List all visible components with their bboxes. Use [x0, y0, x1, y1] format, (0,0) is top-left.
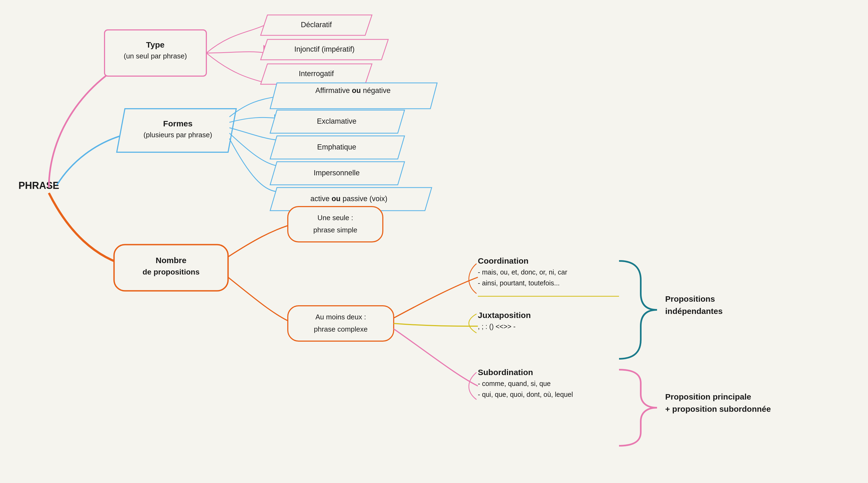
- juxta-line: , ; : () <<>> -: [478, 323, 516, 330]
- subord-line1: - comme, quand, si, que: [478, 380, 551, 387]
- subord-title: Subordination: [478, 368, 533, 377]
- au-moins-subtitle: phrase complexe: [314, 325, 368, 333]
- coord-line2: - ainsi, pourtant, toutefois...: [478, 279, 560, 287]
- svg-rect-15: [288, 306, 394, 341]
- nombre-title: Nombre: [156, 256, 186, 265]
- prop-princ-title: Proposition principale: [665, 392, 751, 401]
- juxta-title: Juxtaposition: [478, 311, 531, 320]
- type-item-declaratif: Déclaratif: [301, 21, 332, 29]
- phrase-label: PHRASE: [19, 180, 59, 191]
- type-subtitle: (un seul par phrase): [124, 52, 187, 60]
- une-seule-subtitle: phrase simple: [313, 226, 357, 234]
- subord-line2: - qui, que, quoi, dont, où, lequel: [478, 391, 573, 398]
- prop-ind-subtitle: indépendantes: [665, 307, 723, 316]
- svg-rect-14: [288, 206, 383, 242]
- nombre-subtitle: de propositions: [143, 268, 199, 276]
- coord-line1: - mais, ou, et, donc, or, ni, car: [478, 268, 567, 276]
- prop-ind-title: Propositions: [665, 294, 715, 303]
- coord-title: Coordination: [478, 256, 529, 265]
- prop-princ-plus: + proposition subordonnée: [665, 404, 771, 414]
- type-item-interrogatif: Interrogatif: [299, 69, 334, 78]
- formes-item-affirmative: Affirmative ou négative: [315, 86, 391, 94]
- formes-item-emphatique: Emphatique: [317, 143, 356, 151]
- mind-map-svg: PHRASE Type (un seul par phrase) Déclara…: [0, 0, 868, 483]
- formes-title: Formes: [163, 119, 192, 128]
- formes-item-exclamative: Exclamative: [317, 117, 356, 125]
- formes-subtitle: (plusieurs par phrase): [144, 131, 212, 139]
- type-title: Type: [146, 40, 164, 49]
- formes-item-impersonnelle: Impersonnelle: [314, 169, 360, 177]
- une-seule-title: Une seule :: [317, 214, 353, 222]
- formes-item-active: active ou passive (voix): [310, 195, 388, 203]
- au-moins-title: Au moins deux :: [315, 313, 366, 321]
- svg-marker-6: [117, 109, 236, 152]
- type-item-injonctif: Injonctif (impératif): [294, 45, 354, 53]
